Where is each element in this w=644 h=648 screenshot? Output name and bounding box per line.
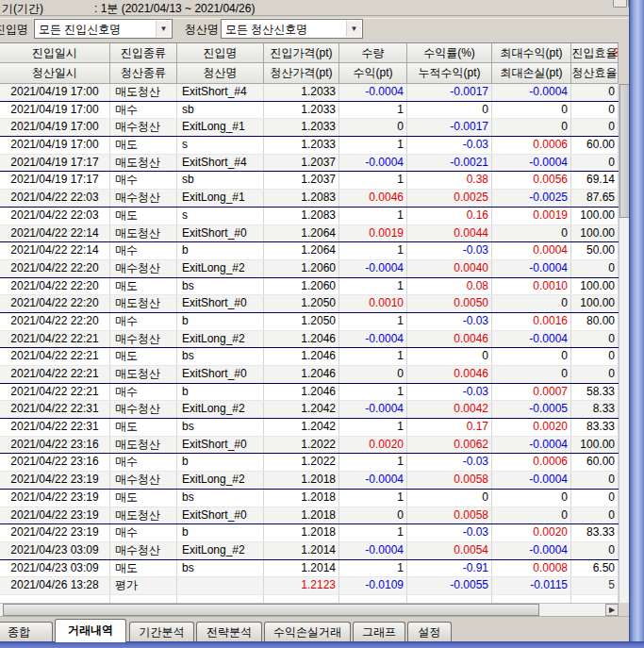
chevron-down-icon[interactable]: ▼ [156,21,171,37]
cell-entry-type: 매도청산 [110,225,177,242]
cell-max-profit-loss: -0.0025 [492,190,571,207]
cell-entry-efficiency: 0 [571,155,619,172]
column-header-entry-datetime[interactable]: 진입일시 [0,42,110,63]
cell-max-profit-loss: 0 [492,225,571,242]
column-subheader-entry-datetime[interactable]: 청산일시 [0,63,110,84]
column-header-max-profit-loss[interactable]: 최대수익(pt) [492,42,571,63]
cell-entry-datetime: 2021/04/22 22:21 [0,366,110,383]
column-subheader-profit-rate[interactable]: 누적수익(pt) [407,63,492,84]
tab-overall[interactable]: 종합 [0,622,53,641]
column-header-profit-rate[interactable]: 수익률(%) [407,42,492,63]
table-row[interactable]: 2021/04/23 03:09매도bs1.20141-0.910.00086.… [0,560,619,578]
table-row[interactable]: 2021/04/19 17:00매수sb1.20331000 [0,102,619,120]
cell-entry-price: 1.2123 [264,577,339,594]
cell-entry-datetime: 2021/04/22 22:21 [0,331,110,348]
table-row[interactable]: 2021/04/26 13:28평가1.2123-0.0109-0.0055-0… [0,577,619,595]
cell-entry-name: b [177,384,264,401]
table-row[interactable]: 2021/04/22 23:19매수b1.20181-0.030.002083.… [0,524,619,542]
cell-quantity-profit: 1 [339,384,407,401]
cell-entry-efficiency: 0 [571,366,619,383]
table-row[interactable]: 2021/04/23 03:09매수청산ExitLong_#21.2014-0.… [0,542,619,560]
table-row[interactable]: 2021/04/22 23:16매도청산ExitShort_#01.20220.… [0,437,619,455]
cell-quantity-profit: -0.0109 [339,577,407,594]
column-header-quantity-profit[interactable]: 수량 [339,42,407,63]
cell-entry-type: 매도 [110,419,177,436]
cell-entry-type: 매수 [110,454,177,471]
table-row[interactable]: 2021/04/19 17:17매수sb1.203710.380.005669.… [0,172,619,190]
column-header-entry-name[interactable]: 진입명 [177,42,264,63]
scroll-right-arrow-icon[interactable]: ▶ [605,604,619,616]
column-header-entry-type[interactable]: 진입종류 [110,42,177,63]
horizontal-scrollbar-thumb[interactable] [3,604,539,616]
cell-entry-datetime: 2021/04/22 23:16 [0,437,110,454]
table-row[interactable]: 2021/04/22 22:20매수b1.20501-0.030.001680.… [0,313,619,331]
table-row[interactable]: 2021/04/22 22:03매수청산ExitLong_#11.20830.0… [0,190,619,208]
tab-strategy-analysis[interactable]: 전략분석 [196,622,262,641]
tab-settings[interactable]: 설정 [407,622,452,641]
cell-entry-type: 매도 [110,208,177,224]
cell-profit-rate: 0.38 [407,172,492,189]
cell-entry-name: ExitLong_#2 [177,260,264,277]
backtest-report-window: 기(기간) : 1분 (2021/04/13 ~ 2021/04/26) 진입명… [0,0,644,648]
cell-entry-datetime: 2021/04/19 17:17 [0,172,110,189]
table-row[interactable]: 2021/04/22 23:16매수b1.20221-0.030.000660.… [0,454,619,472]
table-row[interactable]: 2021/04/22 23:19매도청산ExitShort_#01.201800… [0,507,619,525]
cell-entry-efficiency: 80.00 [571,313,619,330]
exit-signal-select[interactable]: 모든 청산신호명 ▼ [221,19,363,39]
column-subheader-quantity-profit[interactable]: 수익(pt) [339,63,407,84]
table-row[interactable]: 2021/04/22 23:19매도bs1.20181000 [0,490,619,507]
table-row[interactable]: 2021/04/22 22:21매도청산ExitShort_#01.204600… [0,366,619,384]
cell-profit-rate: 0.0040 [407,260,492,277]
cell-profit-rate: -0.03 [407,137,492,154]
entry-signal-select[interactable]: 모든 진입신호명 ▼ [34,19,173,39]
table-row[interactable]: 2021/04/22 22:20매수청산ExitLong_#21.2060-0.… [0,260,619,278]
table-row[interactable]: 2021/04/19 17:00매도s1.20331-0.030.000660.… [0,137,619,155]
cell-entry-name: ExitShort_#0 [177,295,264,312]
trade-table-body: 2021/04/19 17:00매도청산ExitShort_#41.2033-0… [0,84,619,603]
table-row[interactable]: 2021/04/19 17:00매수청산ExitLong_#11.20330-0… [0,119,619,137]
column-subheader-entry-price[interactable]: 청산가격(pt) [264,63,339,84]
cell-max-profit-loss: 0.0056 [492,172,571,189]
table-row[interactable]: 2021/04/22 22:31매수청산ExitLong_#21.2042-0.… [0,401,619,419]
column-subheader-entry-name[interactable]: 청산명 [177,63,264,84]
tab-profit-loss-trades[interactable]: 수익손실거래 [264,622,351,641]
cell-entry-price: 1.2018 [264,472,339,489]
column-header-entry-efficiency[interactable]: 진입효율3 [571,42,619,63]
cell-quantity-profit: 0.0019 [339,225,407,242]
cell-entry-efficiency: 100.00 [571,295,619,312]
table-row[interactable]: 2021/04/22 23:19매수청산ExitLong_#21.2018-0.… [0,472,619,490]
column-subheader-max-profit-loss[interactable]: 최대손실(pt) [492,63,571,84]
cell-entry-price: 1.2046 [264,348,339,365]
table-row[interactable]: 2021/04/22 22:21매수청산ExitLong_#21.2046-0.… [0,331,619,349]
table-row[interactable]: 2021/04/22 22:03매도s1.208310.160.0019100.… [0,208,619,225]
table-row[interactable]: 2021/04/22 22:20매도청산ExitShort_#01.20500.… [0,295,619,313]
cell-quantity-profit: -0.0004 [339,260,407,277]
cell-entry-datetime: 2021/04/22 22:20 [0,295,110,312]
table-row[interactable]: 2021/04/19 17:17매도청산ExitShort_#41.2037-0… [0,155,619,173]
cell-profit-rate: -0.0017 [407,84,492,101]
cell-profit-rate: 0.0054 [407,542,492,559]
column-subheader-entry-type[interactable]: 청산종류 [110,63,177,84]
cell-entry-datetime: 2021/04/22 22:03 [0,208,110,224]
table-row[interactable]: 2021/04/22 22:14매도청산ExitShort_#01.20640.… [0,225,619,243]
column-subheader-entry-efficiency[interactable]: 청산효율 [571,63,619,84]
cell-entry-datetime: 2021/04/22 23:19 [0,490,110,507]
table-row[interactable]: 2021/04/22 22:20매도bs1.206010.080.0010100… [0,278,619,296]
minimize-button[interactable] [613,0,627,8]
table-row[interactable]: 2021/04/19 17:00매도청산ExitShort_#41.2033-0… [0,84,619,102]
tab-graph[interactable]: 그래프 [353,622,405,641]
cell-entry-name: sb [177,172,264,189]
cell-entry-price: 1.2083 [264,208,339,224]
tab-period-analysis[interactable]: 기간분석 [129,622,194,641]
chevron-down-icon[interactable]: ▼ [346,21,361,37]
table-row[interactable]: 2021/04/22 22:14매수b1.20641-0.030.000450.… [0,242,619,260]
bottom-tab-strip: 종합거래내역기간분석전략분석수익손실거래그래프설정 [0,616,644,642]
tab-trade-history[interactable]: 거래내역 [55,619,126,642]
table-row[interactable]: 2021/04/22 22:21매수b1.20461-0.030.000758.… [0,384,619,402]
column-header-entry-price[interactable]: 진입가격(pt) [264,42,339,63]
table-row[interactable]: 2021/04/22 22:21매도bs1.20461000 [0,348,619,366]
horizontal-scrollbar[interactable]: ▶ [0,603,619,616]
cell-entry-price: 1.2042 [264,401,339,418]
cell-entry-name: bs [177,348,264,365]
table-row[interactable]: 2021/04/22 22:31매도bs1.204210.170.002083.… [0,419,619,437]
